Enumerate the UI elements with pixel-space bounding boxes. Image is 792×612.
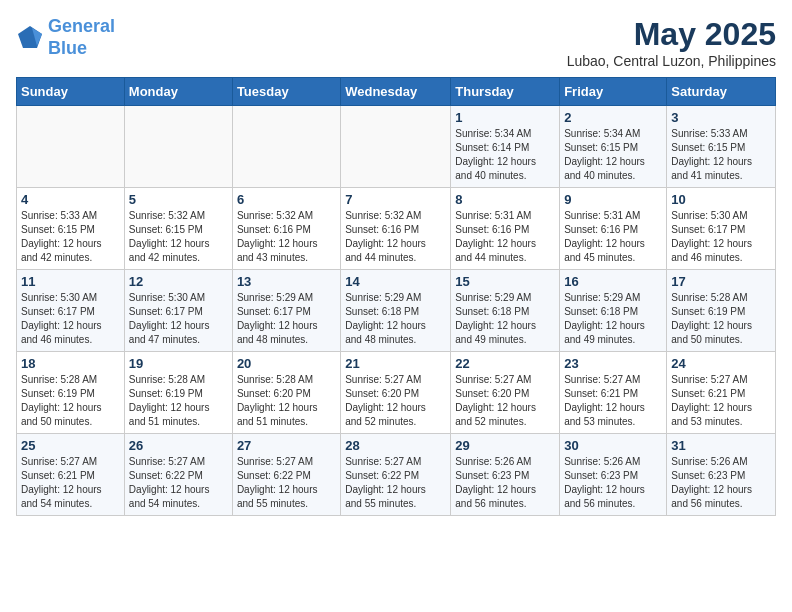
day-info: Sunrise: 5:29 AM Sunset: 6:18 PM Dayligh… — [345, 291, 446, 347]
day-number: 2 — [564, 110, 662, 125]
day-number: 24 — [671, 356, 771, 371]
day-info: Sunrise: 5:27 AM Sunset: 6:22 PM Dayligh… — [345, 455, 446, 511]
title-block: May 2025 Lubao, Central Luzon, Philippin… — [567, 16, 776, 69]
day-cell — [124, 106, 232, 188]
header-cell-wednesday: Wednesday — [341, 78, 451, 106]
week-row-3: 11Sunrise: 5:30 AM Sunset: 6:17 PM Dayli… — [17, 270, 776, 352]
day-info: Sunrise: 5:28 AM Sunset: 6:19 PM Dayligh… — [671, 291, 771, 347]
day-number: 28 — [345, 438, 446, 453]
day-number: 1 — [455, 110, 555, 125]
header-cell-saturday: Saturday — [667, 78, 776, 106]
day-cell: 13Sunrise: 5:29 AM Sunset: 6:17 PM Dayli… — [232, 270, 340, 352]
day-cell: 2Sunrise: 5:34 AM Sunset: 6:15 PM Daylig… — [560, 106, 667, 188]
day-number: 18 — [21, 356, 120, 371]
day-info: Sunrise: 5:33 AM Sunset: 6:15 PM Dayligh… — [21, 209, 120, 265]
day-cell — [341, 106, 451, 188]
day-number: 22 — [455, 356, 555, 371]
day-cell: 25Sunrise: 5:27 AM Sunset: 6:21 PM Dayli… — [17, 434, 125, 516]
day-cell — [17, 106, 125, 188]
day-number: 16 — [564, 274, 662, 289]
month-year: May 2025 — [567, 16, 776, 53]
day-info: Sunrise: 5:33 AM Sunset: 6:15 PM Dayligh… — [671, 127, 771, 183]
week-row-4: 18Sunrise: 5:28 AM Sunset: 6:19 PM Dayli… — [17, 352, 776, 434]
day-info: Sunrise: 5:31 AM Sunset: 6:16 PM Dayligh… — [455, 209, 555, 265]
day-info: Sunrise: 5:30 AM Sunset: 6:17 PM Dayligh… — [21, 291, 120, 347]
week-row-2: 4Sunrise: 5:33 AM Sunset: 6:15 PM Daylig… — [17, 188, 776, 270]
day-info: Sunrise: 5:30 AM Sunset: 6:17 PM Dayligh… — [129, 291, 228, 347]
day-info: Sunrise: 5:26 AM Sunset: 6:23 PM Dayligh… — [671, 455, 771, 511]
day-cell: 19Sunrise: 5:28 AM Sunset: 6:19 PM Dayli… — [124, 352, 232, 434]
day-cell: 5Sunrise: 5:32 AM Sunset: 6:15 PM Daylig… — [124, 188, 232, 270]
day-cell: 11Sunrise: 5:30 AM Sunset: 6:17 PM Dayli… — [17, 270, 125, 352]
day-info: Sunrise: 5:28 AM Sunset: 6:20 PM Dayligh… — [237, 373, 336, 429]
day-cell: 3Sunrise: 5:33 AM Sunset: 6:15 PM Daylig… — [667, 106, 776, 188]
day-cell: 28Sunrise: 5:27 AM Sunset: 6:22 PM Dayli… — [341, 434, 451, 516]
location: Lubao, Central Luzon, Philippines — [567, 53, 776, 69]
day-cell: 9Sunrise: 5:31 AM Sunset: 6:16 PM Daylig… — [560, 188, 667, 270]
day-info: Sunrise: 5:28 AM Sunset: 6:19 PM Dayligh… — [21, 373, 120, 429]
day-cell: 1Sunrise: 5:34 AM Sunset: 6:14 PM Daylig… — [451, 106, 560, 188]
day-cell: 7Sunrise: 5:32 AM Sunset: 6:16 PM Daylig… — [341, 188, 451, 270]
day-cell: 21Sunrise: 5:27 AM Sunset: 6:20 PM Dayli… — [341, 352, 451, 434]
logo-line1: General — [48, 16, 115, 36]
day-number: 12 — [129, 274, 228, 289]
day-info: Sunrise: 5:27 AM Sunset: 6:21 PM Dayligh… — [21, 455, 120, 511]
header-row: SundayMondayTuesdayWednesdayThursdayFrid… — [17, 78, 776, 106]
day-cell — [232, 106, 340, 188]
header-cell-sunday: Sunday — [17, 78, 125, 106]
week-row-1: 1Sunrise: 5:34 AM Sunset: 6:14 PM Daylig… — [17, 106, 776, 188]
day-cell: 14Sunrise: 5:29 AM Sunset: 6:18 PM Dayli… — [341, 270, 451, 352]
logo-text: General Blue — [48, 16, 115, 59]
day-info: Sunrise: 5:26 AM Sunset: 6:23 PM Dayligh… — [564, 455, 662, 511]
day-info: Sunrise: 5:29 AM Sunset: 6:17 PM Dayligh… — [237, 291, 336, 347]
day-info: Sunrise: 5:30 AM Sunset: 6:17 PM Dayligh… — [671, 209, 771, 265]
day-number: 21 — [345, 356, 446, 371]
day-cell: 31Sunrise: 5:26 AM Sunset: 6:23 PM Dayli… — [667, 434, 776, 516]
day-cell: 26Sunrise: 5:27 AM Sunset: 6:22 PM Dayli… — [124, 434, 232, 516]
day-number: 26 — [129, 438, 228, 453]
day-info: Sunrise: 5:31 AM Sunset: 6:16 PM Dayligh… — [564, 209, 662, 265]
day-info: Sunrise: 5:27 AM Sunset: 6:22 PM Dayligh… — [129, 455, 228, 511]
day-info: Sunrise: 5:34 AM Sunset: 6:14 PM Dayligh… — [455, 127, 555, 183]
day-cell: 12Sunrise: 5:30 AM Sunset: 6:17 PM Dayli… — [124, 270, 232, 352]
day-number: 7 — [345, 192, 446, 207]
day-number: 23 — [564, 356, 662, 371]
day-cell: 18Sunrise: 5:28 AM Sunset: 6:19 PM Dayli… — [17, 352, 125, 434]
day-info: Sunrise: 5:29 AM Sunset: 6:18 PM Dayligh… — [455, 291, 555, 347]
day-info: Sunrise: 5:32 AM Sunset: 6:16 PM Dayligh… — [237, 209, 336, 265]
header-cell-monday: Monday — [124, 78, 232, 106]
day-cell: 15Sunrise: 5:29 AM Sunset: 6:18 PM Dayli… — [451, 270, 560, 352]
day-cell: 10Sunrise: 5:30 AM Sunset: 6:17 PM Dayli… — [667, 188, 776, 270]
header-cell-friday: Friday — [560, 78, 667, 106]
day-number: 11 — [21, 274, 120, 289]
day-cell: 20Sunrise: 5:28 AM Sunset: 6:20 PM Dayli… — [232, 352, 340, 434]
day-info: Sunrise: 5:27 AM Sunset: 6:20 PM Dayligh… — [345, 373, 446, 429]
day-number: 17 — [671, 274, 771, 289]
day-number: 10 — [671, 192, 771, 207]
day-cell: 29Sunrise: 5:26 AM Sunset: 6:23 PM Dayli… — [451, 434, 560, 516]
day-number: 9 — [564, 192, 662, 207]
day-cell: 6Sunrise: 5:32 AM Sunset: 6:16 PM Daylig… — [232, 188, 340, 270]
day-info: Sunrise: 5:29 AM Sunset: 6:18 PM Dayligh… — [564, 291, 662, 347]
day-number: 8 — [455, 192, 555, 207]
day-number: 31 — [671, 438, 771, 453]
day-cell: 30Sunrise: 5:26 AM Sunset: 6:23 PM Dayli… — [560, 434, 667, 516]
page-header: General Blue May 2025 Lubao, Central Luz… — [16, 16, 776, 69]
day-number: 14 — [345, 274, 446, 289]
header-cell-tuesday: Tuesday — [232, 78, 340, 106]
day-cell: 22Sunrise: 5:27 AM Sunset: 6:20 PM Dayli… — [451, 352, 560, 434]
day-info: Sunrise: 5:27 AM Sunset: 6:21 PM Dayligh… — [564, 373, 662, 429]
day-cell: 4Sunrise: 5:33 AM Sunset: 6:15 PM Daylig… — [17, 188, 125, 270]
day-number: 19 — [129, 356, 228, 371]
week-row-5: 25Sunrise: 5:27 AM Sunset: 6:21 PM Dayli… — [17, 434, 776, 516]
day-cell: 17Sunrise: 5:28 AM Sunset: 6:19 PM Dayli… — [667, 270, 776, 352]
day-cell: 27Sunrise: 5:27 AM Sunset: 6:22 PM Dayli… — [232, 434, 340, 516]
day-number: 30 — [564, 438, 662, 453]
day-number: 3 — [671, 110, 771, 125]
day-info: Sunrise: 5:26 AM Sunset: 6:23 PM Dayligh… — [455, 455, 555, 511]
logo-line2: Blue — [48, 38, 87, 58]
day-number: 6 — [237, 192, 336, 207]
calendar-table: SundayMondayTuesdayWednesdayThursdayFrid… — [16, 77, 776, 516]
logo: General Blue — [16, 16, 115, 59]
day-number: 13 — [237, 274, 336, 289]
